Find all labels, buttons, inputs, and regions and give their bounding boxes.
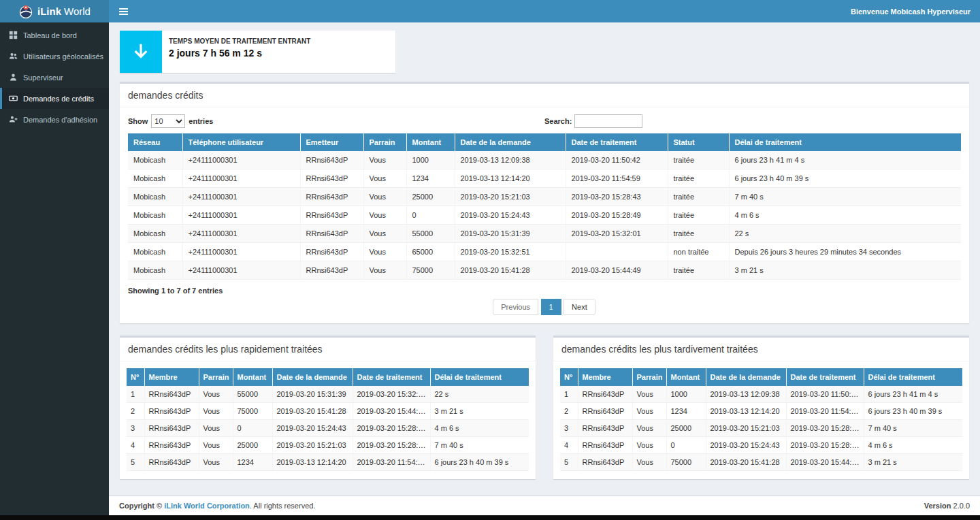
table-cell: 2019-03-20 15:31:39 bbox=[272, 386, 353, 403]
table-cell: +24111000301 bbox=[182, 169, 300, 188]
sidebar-item-demandes-de-credits[interactable]: Demandes de crédits bbox=[0, 88, 109, 109]
column-header[interactable]: Date de la demande bbox=[272, 368, 353, 386]
column-header[interactable]: Date de la demande bbox=[455, 133, 566, 151]
column-header[interactable]: Montant bbox=[406, 133, 455, 151]
copyright-text: Copyright © iLink World Corporation. All… bbox=[119, 502, 315, 510]
page-length-select[interactable]: 10 bbox=[151, 114, 185, 128]
table-cell: 5 bbox=[560, 454, 578, 471]
table-cell: 2019-03-20 15:21:03 bbox=[455, 188, 566, 206]
bottom-panels-row: demandes crédits les plus rapidement tra… bbox=[120, 336, 969, 479]
search-label: Search: bbox=[544, 117, 572, 125]
table-row: 3RRnsi643dPVous02019-03-20 15:24:432019-… bbox=[127, 420, 529, 437]
column-header[interactable]: Date de traitement bbox=[786, 368, 864, 386]
column-header[interactable]: Montant bbox=[233, 368, 272, 386]
search-input[interactable] bbox=[574, 114, 642, 128]
fastest-table: N°MembreParrainMontantDate de la demande… bbox=[127, 368, 529, 471]
table-cell: Vous bbox=[199, 386, 233, 403]
credits-icon bbox=[9, 94, 18, 103]
table-cell: RRnsi643dP bbox=[300, 243, 363, 261]
table-cell: RRnsi643dP bbox=[578, 420, 632, 437]
pagination-previous-button[interactable]: Previous bbox=[493, 299, 538, 315]
table-cell: +24111000301 bbox=[182, 243, 300, 261]
column-header[interactable]: Date de traitement bbox=[353, 368, 430, 386]
table-cell: 2019-03-20 15:21:03 bbox=[706, 420, 786, 437]
table-cell: traitée bbox=[668, 169, 729, 188]
company-link[interactable]: iLink World Corporation bbox=[164, 502, 250, 510]
table-row: 3RRnsi643dPVous250002019-03-20 15:21:032… bbox=[560, 420, 962, 437]
table-cell: 3 m 21 s bbox=[430, 403, 529, 420]
column-header[interactable]: Date de la demande bbox=[706, 368, 786, 386]
table-cell: Vous bbox=[199, 437, 233, 454]
table-cell: RRnsi643dP bbox=[578, 386, 632, 403]
table-cell: 7 m 40 s bbox=[729, 188, 961, 206]
column-header[interactable]: Parrain bbox=[632, 368, 666, 386]
column-header[interactable]: Emetteur bbox=[300, 133, 363, 151]
column-header[interactable]: N° bbox=[127, 368, 144, 386]
sidebar-item-tableau-de-bord[interactable]: Tableau de bord bbox=[0, 25, 109, 46]
pagination-page-1-button[interactable]: 1 bbox=[541, 299, 561, 315]
table-cell: Vous bbox=[363, 243, 406, 261]
fastest-panel-header: demandes crédits les plus rapidement tra… bbox=[120, 338, 536, 361]
table-cell: Vous bbox=[632, 403, 666, 420]
sidebar-item-superviseur[interactable]: Superviseur bbox=[0, 67, 109, 88]
column-header[interactable]: N° bbox=[560, 368, 578, 386]
table-cell: Mobicash bbox=[128, 261, 182, 280]
table-cell: 2019-03-13 12:14:20 bbox=[706, 403, 786, 420]
table-cell: 6 jours 23 h 40 m 39 s bbox=[864, 403, 962, 420]
column-header[interactable]: Parrain bbox=[199, 368, 233, 386]
table-cell: 25000 bbox=[233, 437, 272, 454]
latest-table: N°MembreParrainMontantDate de la demande… bbox=[560, 368, 962, 471]
table-cell: 25000 bbox=[406, 188, 455, 206]
sidebar-item-label: Utilisateurs géolocalisés bbox=[23, 52, 103, 61]
column-header[interactable]: Parrain bbox=[363, 133, 406, 151]
table-cell: 1 bbox=[127, 386, 144, 403]
table-cell: 55000 bbox=[233, 386, 272, 403]
table-cell: 2019-03-20 15:32:51 bbox=[455, 243, 566, 261]
welcome-user-menu[interactable]: Bienvenue Mobicash Hyperviseur bbox=[851, 7, 980, 16]
table-cell: +24111000301 bbox=[182, 151, 300, 169]
table-cell: 1234 bbox=[666, 403, 706, 420]
sidebar-item-label: Tableau de bord bbox=[23, 31, 77, 39]
table-row: 1RRnsi643dPVous10002019-03-13 12:09:3820… bbox=[560, 386, 962, 403]
table-cell: 2019-03-20 15:44:49 bbox=[566, 261, 668, 280]
table-row: Mobicash+24111000301RRnsi643dPVous750002… bbox=[128, 261, 961, 280]
table-cell: 1234 bbox=[233, 454, 272, 471]
table-cell: 3 bbox=[127, 420, 144, 437]
search-control: Search: bbox=[544, 114, 642, 128]
column-header[interactable]: Délai de traitement bbox=[864, 368, 962, 386]
column-header[interactable]: Délai de traitement bbox=[430, 368, 529, 386]
column-header[interactable]: Membre bbox=[578, 368, 632, 386]
table-cell: 4 bbox=[560, 437, 578, 454]
column-header[interactable]: Statut bbox=[668, 133, 729, 151]
column-header[interactable]: Montant bbox=[666, 368, 706, 386]
table-cell: RRnsi643dP bbox=[144, 386, 199, 403]
table-cell: 3 bbox=[560, 420, 578, 437]
content: TEMPS MOYEN DE TRAITEMENT ENTRANT 2 jour… bbox=[109, 22, 980, 496]
table-cell: 4 m 6 s bbox=[729, 206, 961, 225]
column-header[interactable]: Délai de traitement bbox=[729, 133, 961, 151]
credits-table-body: Mobicash+24111000301RRnsi643dPVous100020… bbox=[128, 151, 961, 280]
bottom-edge-strip bbox=[0, 515, 980, 520]
sidebar-item-utilisateurs-geolocalises[interactable]: Utilisateurs géolocalisés bbox=[0, 46, 109, 67]
column-header[interactable]: Téléphone utilisateur bbox=[182, 133, 300, 151]
table-cell: Mobicash bbox=[128, 225, 182, 243]
table-cell: RRnsi643dP bbox=[300, 261, 363, 280]
table-cell: 7 m 40 s bbox=[430, 437, 529, 454]
table-cell: 6 jours 23 h 41 m 4 s bbox=[864, 386, 962, 403]
pagination-next-button[interactable]: Next bbox=[564, 299, 595, 315]
table-cell: 2019-03-20 15:21:03 bbox=[272, 437, 353, 454]
table-cell: Vous bbox=[632, 420, 666, 437]
column-header[interactable]: Membre bbox=[144, 368, 199, 386]
sidebar-toggle-button[interactable] bbox=[109, 0, 137, 22]
table-cell: +24111000301 bbox=[182, 206, 300, 225]
column-header[interactable]: Réseau bbox=[128, 133, 182, 151]
column-header[interactable]: Date de traitement bbox=[566, 133, 668, 151]
table-cell: RRnsi643dP bbox=[578, 437, 632, 454]
table-cell: 2019-03-20 15:24:43 bbox=[455, 206, 566, 225]
table-cell: RRnsi643dP bbox=[578, 403, 632, 420]
app-logo[interactable]: iLinkWorld bbox=[0, 0, 109, 22]
sidebar-item-label: Demandes d'adhésion bbox=[23, 116, 97, 124]
sidebar-item-demandes-d-adhesion[interactable]: Demandes d'adhésion bbox=[0, 109, 109, 130]
table-cell: RRnsi643dP bbox=[300, 151, 363, 169]
credits-panel-header: demandes crédits bbox=[120, 84, 969, 108]
